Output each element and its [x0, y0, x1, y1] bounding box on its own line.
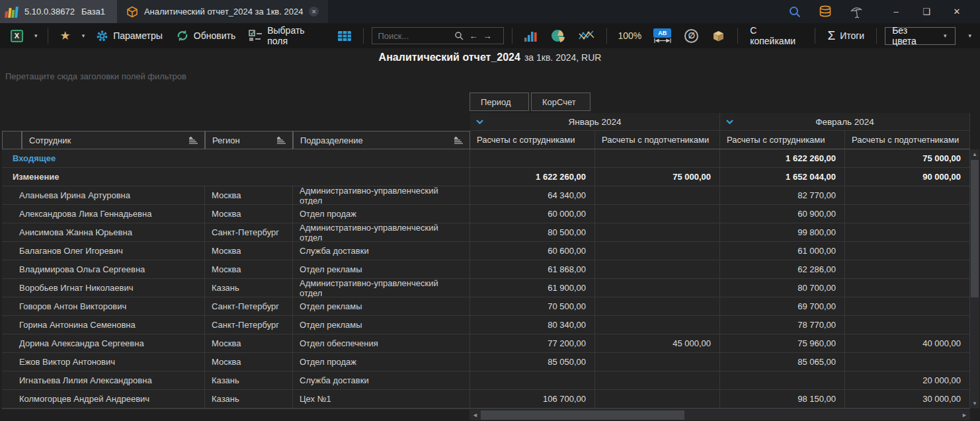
value-cell: 40 000,00	[845, 334, 970, 353]
region-cell: Санкт-Петербург	[205, 223, 293, 242]
employee-cell: Игнатьева Лилия Александровна	[2, 371, 205, 390]
parameters-button[interactable]: Параметры	[92, 28, 167, 44]
scroll-up-icon[interactable]: ▲	[970, 151, 979, 157]
value-cell: 61 900,00	[470, 279, 595, 297]
umbrella-icon[interactable]	[849, 5, 864, 19]
row-field-region[interactable]: Регион	[205, 131, 293, 149]
database-icon[interactable]	[819, 5, 832, 19]
app-logo-icon	[5, 6, 19, 18]
table-row: Владимирова Ольга СергеевнаМоскваОтдел р…	[2, 260, 970, 279]
search-icon[interactable]	[788, 5, 801, 19]
horizontal-scrollbar[interactable]: ◄ ►	[470, 410, 970, 420]
minimize-button[interactable]: –	[881, 0, 911, 23]
kopecks-toggle-button[interactable]: С копейками	[746, 23, 807, 48]
grid-bottom-border	[2, 408, 970, 409]
scroll-right-icon[interactable]: ►	[961, 412, 967, 418]
line-chart-button[interactable]	[575, 28, 598, 44]
toolbar-separator	[737, 28, 738, 44]
horizontal-scrollbar-thumb[interactable]	[481, 410, 684, 420]
division-cell: Административно-управленческий отдел	[293, 279, 470, 297]
vertical-scrollbar[interactable]: ▲ ▼	[970, 149, 979, 408]
column-group-january[interactable]: Январь 2024	[470, 113, 720, 131]
employee-cell: Воробьев Игнат Николаевич	[2, 279, 205, 297]
header-spacer	[2, 113, 470, 131]
table-row: Колмогорцев Андрей АндреевичКазаньЦех №1…	[2, 390, 970, 408]
row-field-employee[interactable]: Сотрудник	[22, 131, 205, 149]
value-cell	[595, 353, 720, 371]
value-cell: 30 000,00	[845, 390, 970, 408]
sub-column-header[interactable]: Расчеты с сотрудниками	[470, 131, 595, 149]
favorites-caret[interactable]: ▾	[80, 32, 87, 39]
search-next-icon[interactable]: →	[483, 31, 491, 41]
sub-column-header[interactable]: Расчеты с подотчетниками	[595, 131, 720, 149]
region-cell: Москва	[205, 186, 293, 205]
window-controls: – ❑ ✕	[881, 0, 972, 23]
value-cell	[595, 316, 720, 334]
layout-table-button[interactable]	[334, 29, 355, 43]
value-cell: 98 150,00	[720, 390, 845, 408]
field-button-period[interactable]: Период	[470, 93, 529, 111]
select-fields-button[interactable]: Выбрать поля	[245, 23, 329, 48]
total-value-cell	[595, 149, 720, 168]
excel-export-button[interactable]: X	[7, 28, 27, 44]
toolbar: X ▾ ★ ▾ Параметры Обновить	[0, 23, 980, 48]
report-title: Аналитический отчет_2024за 1кв. 2024, RU…	[0, 52, 980, 63]
toolbar-separator	[815, 28, 815, 44]
archive-button[interactable]	[708, 28, 729, 44]
report-tab[interactable]: Аналитический отчет_2024 за 1кв. 2024 ✕	[117, 0, 328, 23]
sub-column-header[interactable]: Расчеты с сотрудниками	[720, 131, 845, 149]
column-group-february[interactable]: Февраль 2024	[720, 113, 970, 131]
scroll-left-icon[interactable]: ◄	[472, 412, 478, 418]
zoom-level[interactable]: 100%	[615, 30, 644, 41]
region-cell: Санкт-Петербург	[205, 316, 293, 334]
pie-chart-button[interactable]	[547, 26, 569, 45]
hide-zeros-button[interactable]: ∅	[680, 27, 702, 45]
sort-icon[interactable]	[189, 137, 198, 144]
excel-export-caret[interactable]: ▾	[32, 32, 40, 39]
totals-button[interactable]: Σ Итоги	[823, 26, 868, 45]
line-chart-icon	[579, 30, 594, 42]
value-cell: 99 800,00	[720, 223, 845, 242]
sort-icon[interactable]	[454, 137, 463, 144]
value-cell	[595, 371, 720, 390]
region-cell: Казань	[205, 279, 293, 297]
refresh-button[interactable]: Обновить	[172, 27, 239, 44]
vertical-scrollbar-thumb[interactable]	[971, 160, 979, 297]
chevron-down-icon: ▾	[942, 32, 949, 39]
field-button-korschet[interactable]: КорСчет	[531, 93, 591, 111]
color-scheme-dropdown[interactable]: Без цвета ▾	[885, 27, 956, 45]
value-cell	[595, 242, 720, 260]
sub-column-header[interactable]: Расчеты с подотчетниками	[845, 131, 970, 149]
division-cell: Отдел рекламы	[293, 316, 470, 334]
value-cell	[595, 390, 720, 408]
close-tab-icon[interactable]: ✕	[309, 7, 319, 17]
search-magnifier-icon[interactable]	[454, 31, 464, 40]
table-row: Балаганов Олег ИгоревичМоскваСлужба дост…	[2, 242, 970, 260]
box-icon	[712, 30, 725, 42]
sort-icon[interactable]	[277, 137, 286, 144]
search-prev-icon[interactable]: ←	[469, 31, 477, 41]
division-cell: Отдел рекламы	[293, 297, 470, 316]
bar-chart-button[interactable]	[520, 28, 542, 44]
collapse-chevron-icon[interactable]	[726, 120, 733, 124]
region-cell: Санкт-Петербург	[205, 297, 293, 316]
maximize-button[interactable]: ❑	[911, 0, 942, 23]
favorites-button[interactable]: ★	[56, 28, 75, 44]
row-field-division[interactable]: Подразделение	[293, 131, 470, 149]
select-fields-icon	[249, 30, 263, 42]
value-cell	[845, 223, 970, 242]
close-button[interactable]: ✕	[942, 0, 972, 23]
value-cell	[595, 186, 720, 205]
column-width-button[interactable]: AB	[649, 26, 675, 45]
employee-cell: Владимирова Ольга Сергеевна	[2, 260, 205, 279]
search-input[interactable]	[378, 31, 449, 41]
pivot-body: Входящее1 622 260,0075 000,00Изменение1 …	[2, 149, 970, 408]
header-row: Сотрудник Регион Подразделение	[2, 131, 970, 149]
table-row: Аланьева Ирина АртуровнаМоскваАдминистра…	[2, 186, 970, 205]
toolbar-overflow-caret[interactable]: ▾	[966, 32, 973, 39]
total-value-cell: 1 622 260,00	[720, 149, 845, 168]
filter-drop-zone[interactable]: Перетащите сюда заголовки полей фильтров	[5, 71, 186, 81]
scroll-down-icon[interactable]: ▼	[970, 401, 979, 406]
employee-cell: Дорина Александра Сергеевна	[2, 334, 205, 353]
collapse-chevron-icon[interactable]	[476, 120, 483, 124]
